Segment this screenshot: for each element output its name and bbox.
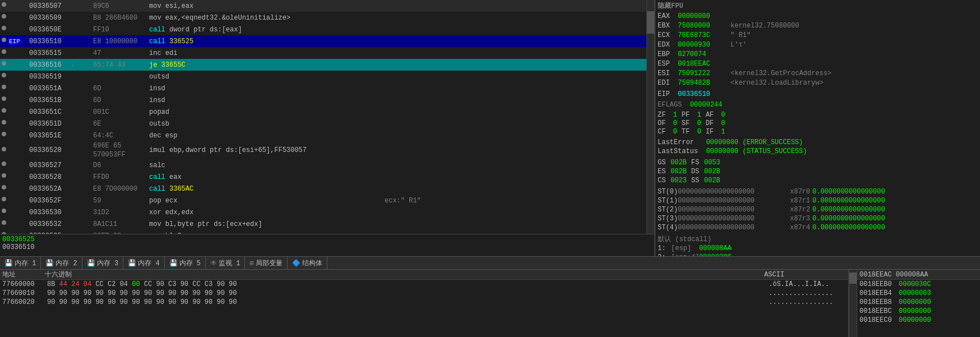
bottom-tab-内存5[interactable]: 💾内存 5 — [165, 256, 206, 270]
reg-val-ebp[interactable]: 0270074 — [678, 50, 728, 59]
jump-arrow-cell — [71, 35, 93, 47]
eflags-value: 00000244 — [690, 101, 723, 109]
reg-val-ecx[interactable]: 76E6873C — [678, 31, 728, 40]
st-reg-val: 0000000000000000000 — [678, 205, 790, 214]
disasm-row[interactable]: 00336519outsd — [0, 71, 646, 82]
breakpoint-cell[interactable] — [0, 0, 8, 12]
disasm-row[interactable]: 00336520696E 65 570053FFimul ebp,dword p… — [0, 141, 646, 159]
disasm-row[interactable]: 0033651C001Cpopad — [0, 106, 646, 118]
address-cell: 00336528 — [28, 171, 71, 183]
disasm-row[interactable]: 0033652AE8 7D000000call 3365AC — [0, 183, 646, 195]
comment-cell — [385, 94, 646, 106]
breakpoint-cell[interactable] — [0, 106, 8, 118]
bottom-tab-监视1[interactable]: 👁监视 1 — [206, 256, 245, 270]
disasm-row[interactable]: 0033652F59pop ecxecx:" R1" — [0, 195, 646, 206]
breakpoint-cell[interactable] — [0, 141, 8, 159]
right-mem-row[interactable]: 0018EEBC 00000000 — [857, 307, 980, 316]
reg-val-esi[interactable]: 75091222 — [678, 69, 728, 78]
flag-name: CF — [658, 128, 665, 136]
mnem-text: salc — [149, 161, 165, 169]
rmem-val: 00000000 — [896, 307, 931, 316]
bp-dot — [2, 108, 6, 113]
right-mem-row[interactable]: 0018EEB8 00000000 — [857, 298, 980, 307]
register-panel: 隐藏FPU EAX00000000EBX75080000kernel32.750… — [655, 0, 980, 256]
memory-row[interactable]: 77660000 8B 44 24 04 CC C2 04 00 CC 90 C… — [0, 280, 848, 289]
right-mem-header: 0018EEAC 000008AA — [857, 270, 980, 280]
hex-cell: 64:4C — [93, 130, 149, 141]
mnem-cell: popad — [149, 106, 385, 118]
disasm-row[interactable]: 0033651A6Dinsd — [0, 82, 646, 94]
memory-row[interactable]: 77660010 90 90 90 90 90 90 90 90 90 90 9… — [0, 289, 848, 298]
disasm-scrollbar[interactable] — [646, 0, 654, 234]
right-mem-row[interactable]: 0018EEB0 0000030C — [857, 280, 980, 289]
st-reg-row: ST(1) 0000000000000000000 x87r1 0.000000… — [658, 196, 978, 205]
st-reg-name: ST(1) — [658, 196, 678, 205]
eflags-section: EFLAGS 00000244 — [658, 101, 978, 109]
bottom-tab-内存4[interactable]: 💾内存 4 — [123, 256, 164, 270]
bottom-tab-内存1[interactable]: 💾内存 1 — [0, 256, 41, 270]
right-mem-row[interactable]: 0018EEB4 00000003 — [857, 289, 980, 298]
bottom-scrollbar[interactable] — [849, 270, 857, 337]
hex-cell: 001C — [93, 106, 149, 118]
disasm-row[interactable]: 0033653580FB 00cmp bl,0 — [0, 230, 646, 234]
breakpoint-cell[interactable] — [0, 47, 8, 59]
breakpoint-cell[interactable] — [0, 82, 8, 94]
disasm-row[interactable]: EIP→00336510E8 10000000call 336525 — [0, 35, 646, 47]
st-reg-num: 0.0000000000000000 — [812, 205, 885, 214]
bottom-tab-内存2[interactable]: 💾内存 2 — [41, 256, 82, 270]
breakpoint-cell[interactable] — [0, 71, 8, 82]
breakpoint-cell[interactable] — [0, 230, 8, 234]
breakpoint-cell[interactable] — [0, 12, 8, 24]
breakpoint-cell[interactable] — [0, 59, 8, 71]
breakpoint-cell[interactable] — [0, 171, 8, 183]
eip-marker-cell — [8, 47, 28, 59]
ops-text: dword ptr ds:[eax] — [169, 26, 242, 34]
reg-row-esi: ESI75091222<kernel32.GetProcAddress> — [658, 69, 978, 78]
disasm-row[interactable]: 0033651B6Dinsd — [0, 94, 646, 106]
address-cell: 0033651A — [28, 82, 71, 94]
breakpoint-cell[interactable] — [0, 24, 8, 35]
call-idx: 1: — [658, 244, 671, 253]
disasm-row[interactable]: 00336527D6salc — [0, 159, 646, 171]
breakpoint-cell[interactable] — [0, 130, 8, 141]
disasm-row[interactable]: 0033653031D2xor edx,edx — [0, 206, 646, 218]
breakpoint-cell[interactable] — [0, 159, 8, 171]
bottom-tab-结构体[interactable]: 🔷结构体 — [288, 256, 327, 270]
address-cell: 00336515 — [28, 47, 71, 59]
disasm-row[interactable]: 0033651547inc edi — [0, 47, 646, 59]
breakpoint-cell[interactable] — [0, 118, 8, 130]
disasm-row[interactable]: 0033651E64:4Cdec esp — [0, 130, 646, 141]
disasm-row[interactable]: 00336509B8 286B4600mov eax,<eqnedt32.&ol… — [0, 12, 646, 24]
bottom-tab-内存3[interactable]: 💾内存 3 — [82, 256, 123, 270]
right-mem-row[interactable]: 0018EEC0 00000000 — [857, 316, 980, 325]
rmem-addr: 0018EEBC — [857, 307, 896, 316]
bp-dot — [2, 120, 6, 124]
disasm-row[interactable]: 0033651D6Eoutsb — [0, 118, 646, 130]
breakpoint-cell[interactable] — [0, 94, 8, 106]
breakpoint-cell[interactable] — [0, 206, 8, 218]
lasterror-value: 00000000 (ERROR_SUCCESS) — [706, 139, 803, 146]
flag-item-ZF: ZF 1 — [658, 111, 677, 119]
reg-name-ebp: EBP — [658, 50, 678, 59]
reg-val-edx[interactable]: 00000930 — [678, 40, 728, 49]
breakpoint-cell[interactable] — [0, 195, 8, 206]
reg-val-edi[interactable]: 7509482B — [678, 79, 728, 87]
disasm-row[interactable]: 00336516↓65:74 43je 33655C — [0, 59, 646, 71]
disasm-row[interactable]: 00336528FFD0call eax — [0, 171, 646, 183]
breakpoint-cell[interactable] — [0, 218, 8, 230]
comment-cell — [385, 218, 646, 230]
reg-val-esp[interactable]: 0018EEAC — [678, 59, 728, 68]
breakpoint-cell[interactable] — [0, 183, 8, 195]
memory-row[interactable]: 77660020 90 90 90 90 90 90 90 90 90 90 9… — [0, 298, 848, 307]
disasm-row[interactable]: 0033650789C6mov esi,eax — [0, 0, 646, 12]
ops-target-addr: 33655C — [161, 61, 186, 69]
bottom-tab-局部变量[interactable]: ⊞局部变量 — [245, 256, 287, 270]
disasm-row[interactable]: 003365328A1C11mov bl,byte ptr ds:[ecx+ed… — [0, 218, 646, 230]
reg-val-ebx[interactable]: 75080000 — [678, 21, 728, 30]
mnem-cell: insd — [149, 82, 385, 94]
disasm-row[interactable]: 0033650EFF10call dword ptr ds:[eax] — [0, 24, 646, 35]
reg-val-eax[interactable]: 00000000 — [678, 12, 728, 21]
breakpoint-cell[interactable] — [0, 35, 8, 47]
seg-item: CS 0023 — [658, 176, 687, 185]
mnem-cell: mov esi,eax — [149, 0, 385, 12]
